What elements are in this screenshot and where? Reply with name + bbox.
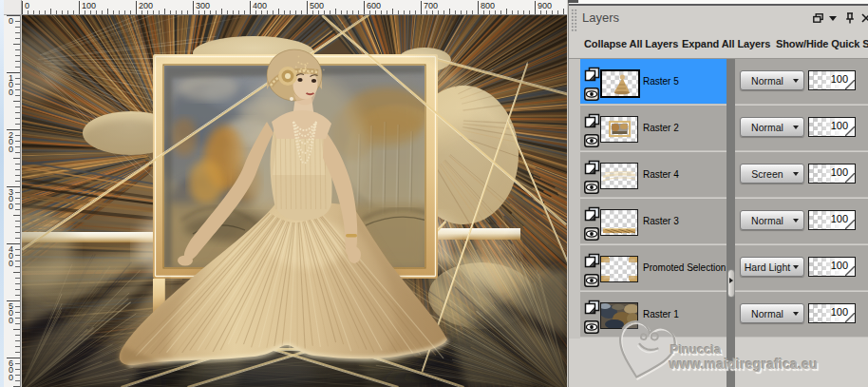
svg-text:0: 0 bbox=[9, 373, 13, 382]
svg-text:400: 400 bbox=[253, 1, 267, 10]
svg-text:800: 800 bbox=[481, 1, 495, 10]
svg-text:0: 0 bbox=[9, 202, 13, 211]
svg-text:0: 0 bbox=[25, 1, 29, 10]
svg-text:900: 900 bbox=[538, 1, 552, 10]
svg-text:0: 0 bbox=[9, 16, 13, 26]
svg-text:0: 0 bbox=[9, 259, 13, 268]
svg-text:700: 700 bbox=[424, 1, 438, 10]
svg-text:0: 0 bbox=[9, 316, 13, 325]
svg-text:500: 500 bbox=[310, 1, 324, 10]
svg-text:200: 200 bbox=[139, 1, 153, 10]
svg-text:600: 600 bbox=[367, 1, 381, 10]
svg-text:0: 0 bbox=[9, 87, 13, 97]
svg-text:100: 100 bbox=[82, 1, 96, 10]
svg-text:0: 0 bbox=[9, 145, 13, 154]
svg-text:300: 300 bbox=[196, 1, 210, 10]
